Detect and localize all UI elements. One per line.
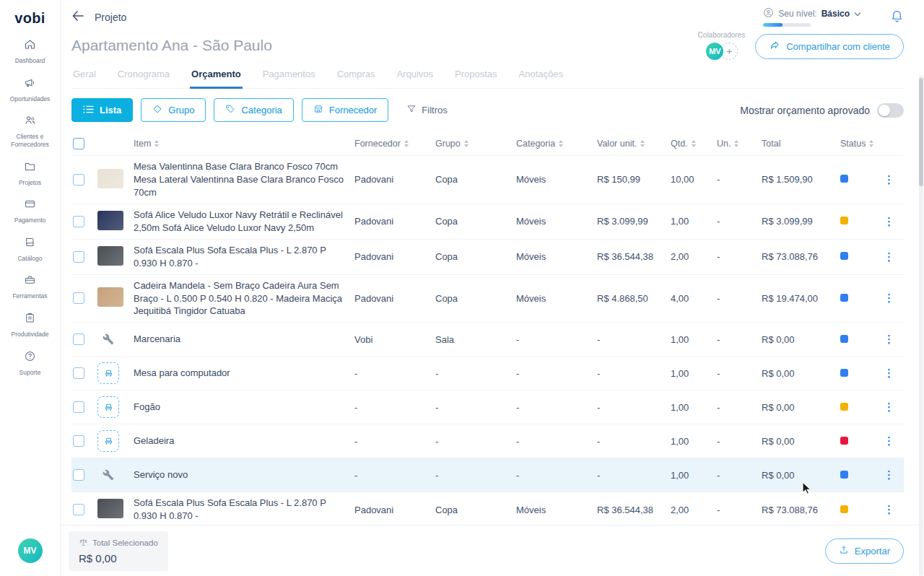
unit-price-cell: - — [597, 436, 671, 447]
chevron-down-icon — [854, 9, 861, 19]
sidebar-item-produtividade[interactable]: Produtividade — [0, 306, 60, 344]
back-button[interactable] — [71, 10, 84, 25]
row-checkbox[interactable] — [73, 333, 84, 345]
catalog-placeholder-icon — [97, 396, 119, 418]
sort-icon[interactable] — [464, 140, 468, 147]
share-with-client-button[interactable]: Compartilhar com cliente — [755, 34, 904, 59]
row-menu-button[interactable]: ⋮ — [879, 215, 899, 227]
supplier-cell: Padovani — [354, 293, 435, 304]
row-checkbox[interactable] — [73, 504, 84, 515]
sort-icon[interactable] — [404, 140, 409, 147]
user-avatar[interactable]: MV — [18, 538, 43, 563]
sidebar-item-suporte[interactable]: Suporte — [0, 344, 60, 383]
collaborator-avatar[interactable]: MV — [705, 41, 725, 61]
filters-button[interactable]: Filtros — [406, 104, 447, 116]
book-icon — [24, 236, 36, 251]
tab-geral[interactable]: Geral — [71, 69, 97, 88]
sort-icon[interactable] — [154, 140, 159, 147]
row-checkbox[interactable] — [73, 174, 84, 186]
row-checkbox[interactable] — [73, 401, 84, 413]
sidebar-item-ferramentas[interactable]: Ferramentas — [0, 268, 60, 306]
row-menu-button[interactable]: ⋮ — [879, 333, 899, 345]
tab-compras[interactable]: Compras — [336, 69, 377, 88]
tab-arquivos[interactable]: Arquivos — [395, 69, 435, 88]
sort-icon[interactable] — [640, 140, 645, 147]
table-row[interactable]: Cadeira Mandela - Sem Braço Cadeira Aura… — [71, 275, 904, 323]
column-header-un[interactable]: Un. — [717, 139, 762, 149]
row-menu-button[interactable]: ⋮ — [879, 292, 899, 304]
column-header-qtd[interactable]: Qtd. — [671, 139, 717, 149]
table-row[interactable]: Mesa Valentinna Base Clara Branco Fosco … — [71, 156, 904, 204]
view-button-categoria[interactable]: Categoria — [214, 98, 293, 122]
row-checkbox[interactable] — [73, 216, 84, 227]
show-approved-toggle[interactable] — [877, 103, 904, 118]
export-button[interactable]: Exportar — [825, 538, 904, 564]
row-checkbox[interactable] — [73, 469, 84, 481]
header-actions: Colaboradores MV + Compartilhar com clie… — [698, 31, 904, 61]
table-row[interactable]: Geladeira----1,00-R$ 0,00⋮ — [71, 424, 904, 458]
table-row[interactable]: Sofá Escala Plus Sofa Escala Plus - L 2.… — [71, 240, 904, 275]
tab-cronograma[interactable]: Cronograma — [116, 69, 171, 88]
user-level-widget[interactable]: Seu nível: Básico — [763, 7, 861, 27]
tab-pagamentos[interactable]: Pagamentos — [261, 69, 317, 88]
table-row[interactable]: Mesa para computador----1,00-R$ 0,00⋮ — [71, 357, 904, 390]
column-header-valor-unit[interactable]: Valor unit. — [597, 139, 671, 149]
quantity-cell: 1,00 — [671, 470, 717, 481]
notifications-button[interactable] — [890, 9, 904, 25]
project-header: Projeto Seu nível: Básico Apartamento An… — [61, 0, 924, 89]
table-row[interactable]: Sofá Alice Veludo Luxor Navy Retrátil e … — [71, 204, 904, 240]
sidebar-item-pagamento[interactable]: Pagamento — [0, 192, 60, 230]
group-cell: - — [435, 436, 516, 447]
sidebar-item-oportunidades[interactable]: Oportunidades — [0, 71, 60, 109]
row-menu-button[interactable]: ⋮ — [879, 503, 899, 515]
scrollbar-thumb[interactable] — [919, 78, 923, 186]
scrollbar-track[interactable] — [919, 75, 923, 576]
sidebar-item-projetos[interactable]: Projetos — [0, 154, 60, 193]
table-row[interactable]: Sofá Escala Plus Sofa Escala Plus - L 2.… — [71, 492, 904, 525]
column-header-status[interactable]: Status — [840, 139, 879, 149]
row-checkbox[interactable] — [73, 367, 84, 379]
level-label: Seu nível: — [778, 9, 816, 19]
tag-icon — [225, 104, 235, 116]
view-button-grupo[interactable]: Grupo — [141, 98, 206, 122]
sidebar-item-dashboard[interactable]: Dashboard — [0, 32, 60, 71]
item-name: Sofá Escala Plus Sofa Escala Plus - L 2.… — [134, 244, 354, 270]
column-header-item[interactable]: Item — [134, 139, 354, 149]
row-checkbox[interactable] — [73, 251, 84, 263]
sort-icon[interactable] — [559, 140, 563, 147]
table-row[interactable]: MarcenariaVobiSala--1,00-R$ 0,00⋮ — [71, 323, 904, 357]
sort-icon[interactable] — [869, 140, 873, 147]
sidebar-item-clientes-e-fornecedores[interactable]: Clientes e Fornecedores — [0, 108, 60, 154]
unit-cell: - — [717, 293, 762, 304]
column-header-grupo[interactable]: Grupo — [435, 139, 516, 149]
tab-anotações[interactable]: Anotações — [518, 69, 565, 88]
table-row[interactable]: Serviço novo----1,00-R$ 0,00⋮ — [71, 458, 904, 492]
megaphone-icon — [24, 77, 36, 92]
column-header-fornecedor[interactable]: Fornecedor — [354, 139, 435, 149]
tab-propostas[interactable]: Propostas — [453, 69, 499, 88]
item-name: Mesa para computador — [134, 367, 354, 380]
status-indicator — [840, 175, 848, 183]
column-header-total[interactable]: Total — [762, 139, 840, 149]
item-name: Sofá Escala Plus Sofa Escala Plus - L 2.… — [134, 497, 354, 523]
select-all-checkbox[interactable] — [73, 138, 84, 149]
row-checkbox[interactable] — [73, 435, 84, 447]
sidebar-item-catalogo[interactable]: Catálogo — [0, 230, 60, 269]
quantity-cell: 1,00 — [671, 402, 717, 413]
column-header-categoria[interactable]: Categoria — [516, 139, 597, 149]
row-menu-button[interactable]: ⋮ — [879, 250, 899, 263]
view-button-lista[interactable]: Lista — [71, 98, 133, 122]
sort-icon[interactable] — [734, 140, 738, 147]
view-button-fornecedor[interactable]: Fornecedor — [302, 98, 388, 122]
total-cell: R$ 0,00 — [762, 470, 840, 481]
row-checkbox[interactable] — [73, 292, 84, 304]
row-menu-button[interactable]: ⋮ — [879, 173, 899, 186]
row-menu-button[interactable]: ⋮ — [879, 401, 899, 413]
row-menu-button[interactable]: ⋮ — [879, 435, 899, 447]
breadcrumb: Projeto — [95, 12, 126, 23]
row-menu-button[interactable]: ⋮ — [879, 367, 899, 379]
table-row[interactable]: Fogão----1,00-R$ 0,00⋮ — [71, 390, 904, 424]
tab-orçamento[interactable]: Orçamento — [190, 69, 243, 89]
sort-icon[interactable] — [692, 140, 696, 147]
row-menu-button[interactable]: ⋮ — [879, 468, 899, 481]
